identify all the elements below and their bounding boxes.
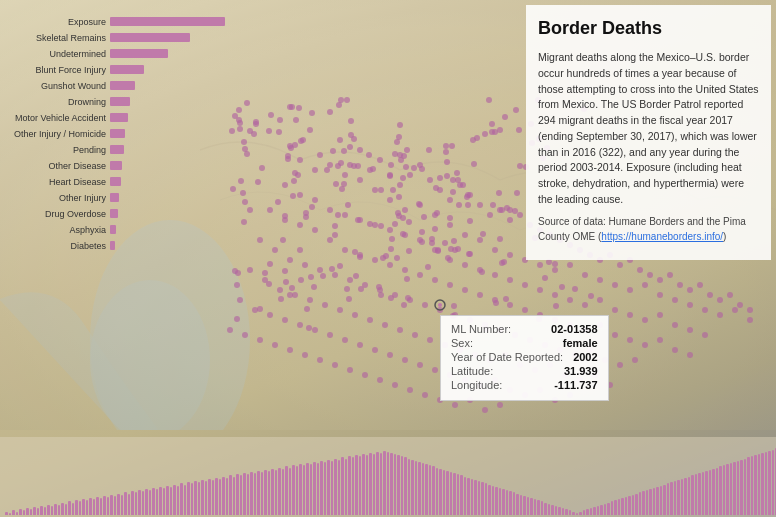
timeline-bar [488,485,491,515]
timeline-bar [75,500,78,515]
timeline-bar [320,461,323,515]
timeline-bar [551,505,554,515]
timeline-bar [429,465,432,515]
timeline-bar [124,492,127,515]
timeline-bar [481,482,484,515]
timeline-bar [128,494,131,515]
timeline-bar [170,487,173,515]
timeline-bar [530,498,533,515]
timeline-bar [215,478,218,515]
timeline-bar [709,470,712,515]
bar-label: Pending [5,145,110,155]
timeline-bar [341,457,344,515]
timeline-bar [737,461,740,515]
timeline-bar [457,474,460,515]
timeline-bar [30,509,33,515]
timeline-bar [68,501,71,515]
timeline-bar [520,495,523,515]
timeline-bar [19,509,22,515]
timeline-bar [716,468,719,515]
bar-track [110,161,225,170]
bar-track [110,129,225,138]
timeline-bar [730,463,733,515]
bar-row: Undetermined [5,47,225,60]
timeline-bar [310,464,313,515]
timeline-bar [72,503,75,515]
bar-row: Asphyxia [5,223,225,236]
highlighted-dot [433,298,447,316]
timeline-bar [597,506,600,515]
bar-fill [110,177,121,186]
timeline-bar [562,508,565,515]
timeline-bar [523,496,526,515]
timeline-bar [586,509,589,515]
timeline-bar [159,487,162,515]
bar-fill [110,209,118,218]
timeline-bar [719,466,722,515]
timeline-bar [110,495,113,515]
timeline-bar [180,483,183,515]
source-link[interactable]: https://humaneborders.info/ [601,231,723,242]
timeline-bar [656,487,659,515]
timeline-bar [579,512,582,515]
timeline-bar [93,499,96,515]
timeline-bar [611,501,614,515]
timeline-bar [509,491,512,515]
timeline-bar [324,462,327,515]
bar-label: Drug Overdose [5,209,110,219]
sex-label: Sex: [451,337,473,349]
bar-row: Gunshot Wound [5,79,225,92]
timeline-bar [537,500,540,515]
bar-row: Drug Overdose [5,207,225,220]
timeline-bar [61,503,64,515]
bar-fill [110,193,119,202]
timeline-bar [362,454,365,515]
bar-track [110,65,225,74]
timeline-bar [131,491,134,515]
timeline-bar [184,485,187,515]
timeline-bar [726,464,729,515]
timeline-bar [495,487,498,515]
bar-track [110,49,225,58]
timeline-bar [383,451,386,515]
bar-fill [110,241,115,250]
timeline-bar [436,468,439,515]
timeline-bar [261,472,264,515]
timeline-bar [121,495,124,515]
timeline-bar [425,464,428,515]
timeline-bar [82,499,85,515]
timeline-bar [485,483,488,515]
cause-of-death-chart: ExposureSkeletal RemainsUndeterminedBlun… [0,10,230,260]
timeline-bar [138,490,141,515]
timeline-bar [142,491,145,515]
timeline-bar [705,471,708,515]
bar-row: Drowning [5,95,225,108]
bar-fill [110,113,128,122]
timeline-bar [474,480,477,515]
year-label: Year of Date Reported: [451,351,563,363]
timeline-bar [289,468,292,515]
timeline-bar [317,463,320,515]
timeline-bar [394,454,397,515]
source-text: Source of data: Humane Borders and the P… [538,214,759,244]
timeline-bar [23,510,26,515]
timeline-bar [502,489,505,515]
timeline-bar [135,492,138,515]
bar-track [110,145,225,154]
timeline-bar [26,508,29,515]
bar-row: Skeletal Remains [5,31,225,44]
tooltip-lon-row: Longitude: -111.737 [451,379,598,391]
timeline-bar [345,459,348,515]
bar-track [110,17,225,26]
bar-track [110,113,225,122]
bar-row: Diabetes [5,239,225,252]
timeline-bar [702,472,705,515]
timeline-bar [40,506,43,515]
timeline-bar [695,474,698,515]
timeline-bar [173,485,176,515]
bar-track [110,97,225,106]
timeline-bar [747,457,750,515]
timeline-bar [89,498,92,515]
bar-track [110,177,225,186]
timeline-bar [208,479,211,515]
